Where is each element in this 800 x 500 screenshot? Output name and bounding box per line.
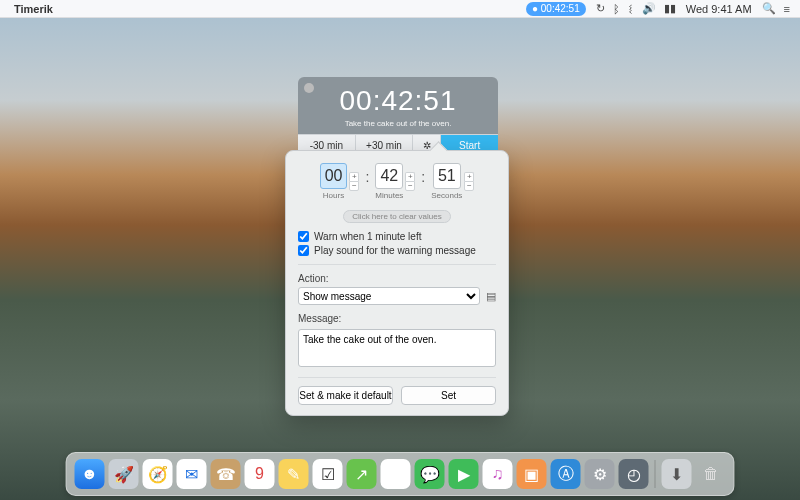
spotlight-icon[interactable]: 🔍 [762,2,776,15]
dock-ibooks-icon[interactable]: ▣ [517,459,547,489]
minutes-down[interactable]: − [405,181,415,191]
timer-window: 00:42:51 Take the cake out of the oven. … [298,77,498,156]
seconds-down[interactable]: − [464,181,474,191]
dock-timerik-icon[interactable]: ◴ [619,459,649,489]
dock-safari-icon[interactable]: 🧭 [143,459,173,489]
dock-appstore-icon[interactable]: Ⓐ [551,459,581,489]
app-name[interactable]: Timerik [14,3,53,15]
seconds-up[interactable]: + [464,172,474,181]
sound-label: Play sound for the warning message [314,245,476,256]
dock-downloads-icon[interactable]: ⬇︎ [662,459,692,489]
menubar-timer-pill[interactable]: ● 00:42:51 [526,2,586,16]
dock-calendar-icon[interactable]: 9 [245,459,275,489]
dock-reminders-icon[interactable]: ☑︎ [313,459,343,489]
warn-label: Warn when 1 minute left [314,231,421,242]
dock-photos-icon[interactable]: ✿ [381,459,411,489]
hours-label: Hours [323,191,344,200]
minutes-field[interactable]: 42 [375,163,403,189]
minutes-up[interactable]: + [405,172,415,181]
sound-checkbox-row[interactable]: Play sound for the warning message [298,245,496,256]
volume-icon[interactable]: 🔊 [642,2,656,15]
timer-display: 00:42:51 [308,85,488,117]
dock-launchpad-icon[interactable]: 🚀 [109,459,139,489]
time-steppers: 00 Hours +− : 42 Minutes +− : 51 Seconds… [298,163,496,200]
sound-checkbox[interactable] [298,245,309,256]
menubar-clock[interactable]: Wed 9:41 AM [686,3,752,15]
hours-field[interactable]: 00 [320,163,348,189]
wifi-icon[interactable]: ⧙ [628,3,634,15]
menubar: Timerik ● 00:42:51 ↻ ᛒ ⧙ 🔊 ▮▮ Wed 9:41 A… [0,0,800,18]
dock-separator [655,460,656,488]
notification-center-icon[interactable]: ≡ [784,3,790,15]
battery-icon[interactable]: ▮▮ [664,2,676,15]
dock-notes-icon[interactable]: ✎ [279,459,309,489]
minutes-label: Minutes [375,191,403,200]
dock-facetime-icon[interactable]: ▶︎ [449,459,479,489]
action-select[interactable]: Show message [298,287,480,305]
dock-messages-icon[interactable]: 💬 [415,459,445,489]
seconds-label: Seconds [431,191,462,200]
settings-popover: 00 Hours +− : 42 Minutes +− : 51 Seconds… [285,150,509,416]
clear-values-link[interactable]: Click here to clear values [343,210,450,223]
set-default-button[interactable]: Set & make it default [298,386,393,405]
set-button[interactable]: Set [401,386,496,405]
dock-preferences-icon[interactable]: ⚙︎ [585,459,615,489]
dock-finder-icon[interactable]: ☻ [75,459,105,489]
bluetooth-icon[interactable]: ᛒ [613,3,620,15]
seconds-field[interactable]: 51 [433,163,461,189]
warn-checkbox-row[interactable]: Warn when 1 minute left [298,231,496,242]
dock-itunes-icon[interactable]: ♫ [483,459,513,489]
timemachine-icon[interactable]: ↻ [596,2,605,15]
dock-contacts-icon[interactable]: ☎︎ [211,459,241,489]
dock-maps-icon[interactable]: ↗︎ [347,459,377,489]
warn-checkbox[interactable] [298,231,309,242]
hours-up[interactable]: + [349,172,359,181]
action-heading: Action: [298,273,496,284]
timer-subtitle: Take the cake out of the oven. [308,119,488,128]
message-heading: Message: [298,313,496,324]
presets-icon[interactable]: ▤ [486,290,496,303]
dock-mail-icon[interactable]: ✉︎ [177,459,207,489]
close-button[interactable] [304,83,314,93]
hours-down[interactable]: − [349,181,359,191]
dock-trash-icon[interactable]: 🗑 [696,459,726,489]
message-field[interactable]: Take the cake out of the oven. [298,329,496,367]
timer-header: 00:42:51 Take the cake out of the oven. [298,77,498,134]
dock: ☻ 🚀 🧭 ✉︎ ☎︎ 9 ✎ ☑︎ ↗︎ ✿ 💬 ▶︎ ♫ ▣ Ⓐ ⚙︎ ◴ … [66,452,735,496]
